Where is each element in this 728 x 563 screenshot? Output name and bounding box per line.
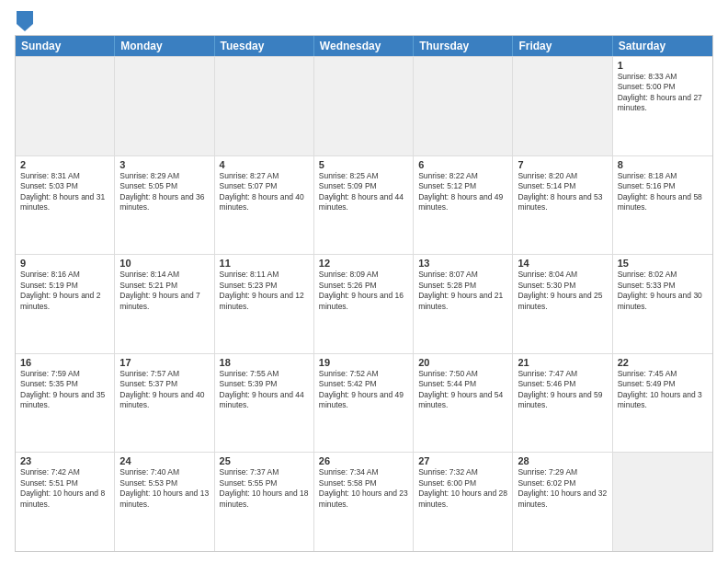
day-info: Sunrise: 8:14 AM Sunset: 5:21 PM Dayligh… bbox=[119, 270, 209, 312]
calendar-empty-cell bbox=[414, 57, 513, 155]
day-info: Sunrise: 7:29 AM Sunset: 6:02 PM Dayligh… bbox=[518, 467, 607, 510]
day-info: Sunrise: 8:07 AM Sunset: 5:28 PM Dayligh… bbox=[418, 270, 507, 312]
calendar-empty-cell bbox=[613, 453, 712, 551]
calendar-header-row: SundayMondayTuesdayWednesdayThursdayFrid… bbox=[16, 36, 712, 56]
calendar-day-9: 9Sunrise: 8:16 AM Sunset: 5:19 PM Daylig… bbox=[16, 255, 115, 353]
day-info: Sunrise: 7:42 AM Sunset: 5:51 PM Dayligh… bbox=[20, 467, 109, 510]
day-info: Sunrise: 8:02 AM Sunset: 5:33 PM Dayligh… bbox=[618, 270, 708, 312]
day-number: 28 bbox=[518, 455, 607, 466]
day-info: Sunrise: 8:20 AM Sunset: 5:14 PM Dayligh… bbox=[518, 171, 607, 213]
day-info: Sunrise: 8:04 AM Sunset: 5:30 PM Dayligh… bbox=[518, 270, 607, 312]
day-number: 2 bbox=[20, 159, 109, 170]
calendar-day-3: 3Sunrise: 8:29 AM Sunset: 5:05 PM Daylig… bbox=[115, 156, 214, 255]
day-number: 25 bbox=[220, 455, 309, 466]
day-number: 6 bbox=[418, 159, 507, 170]
day-info: Sunrise: 7:57 AM Sunset: 5:37 PM Dayligh… bbox=[119, 369, 209, 411]
day-number: 26 bbox=[319, 455, 408, 466]
calendar-week-0: 1Sunrise: 8:33 AM Sunset: 5:00 PM Daylig… bbox=[16, 56, 712, 155]
calendar-day-26: 26Sunrise: 7:34 AM Sunset: 5:58 PM Dayli… bbox=[314, 453, 414, 551]
day-info: Sunrise: 7:34 AM Sunset: 5:58 PM Dayligh… bbox=[319, 467, 408, 510]
day-info: Sunrise: 8:33 AM Sunset: 5:00 PM Dayligh… bbox=[618, 72, 708, 114]
calendar-day-28: 28Sunrise: 7:29 AM Sunset: 6:02 PM Dayli… bbox=[513, 453, 612, 551]
calendar-week-1: 2Sunrise: 8:31 AM Sunset: 5:03 PM Daylig… bbox=[16, 155, 712, 255]
day-info: Sunrise: 8:09 AM Sunset: 5:26 PM Dayligh… bbox=[319, 270, 408, 312]
page: SundayMondayTuesdayWednesdayThursdayFrid… bbox=[0, 0, 728, 563]
calendar-day-19: 19Sunrise: 7:52 AM Sunset: 5:42 PM Dayli… bbox=[314, 354, 414, 453]
day-info: Sunrise: 8:11 AM Sunset: 5:23 PM Dayligh… bbox=[220, 270, 309, 312]
calendar-day-27: 27Sunrise: 7:32 AM Sunset: 6:00 PM Dayli… bbox=[414, 453, 513, 551]
calendar-week-3: 16Sunrise: 7:59 AM Sunset: 5:35 PM Dayli… bbox=[16, 353, 712, 453]
calendar-day-7: 7Sunrise: 8:20 AM Sunset: 5:14 PM Daylig… bbox=[513, 156, 612, 255]
calendar-day-23: 23Sunrise: 7:42 AM Sunset: 5:51 PM Dayli… bbox=[16, 453, 115, 551]
day-info: Sunrise: 7:32 AM Sunset: 6:00 PM Dayligh… bbox=[418, 467, 507, 510]
day-info: Sunrise: 7:45 AM Sunset: 5:49 PM Dayligh… bbox=[618, 369, 708, 411]
calendar-day-21: 21Sunrise: 7:47 AM Sunset: 5:46 PM Dayli… bbox=[513, 354, 612, 453]
calendar-week-4: 23Sunrise: 7:42 AM Sunset: 5:51 PM Dayli… bbox=[16, 452, 712, 551]
header-day-thursday: Thursday bbox=[414, 36, 513, 56]
day-info: Sunrise: 7:59 AM Sunset: 5:35 PM Dayligh… bbox=[20, 369, 109, 411]
day-number: 22 bbox=[618, 357, 708, 368]
calendar-day-17: 17Sunrise: 7:57 AM Sunset: 5:37 PM Dayli… bbox=[115, 354, 214, 453]
calendar-day-24: 24Sunrise: 7:40 AM Sunset: 5:53 PM Dayli… bbox=[115, 453, 214, 551]
calendar-week-2: 9Sunrise: 8:16 AM Sunset: 5:19 PM Daylig… bbox=[16, 254, 712, 353]
day-number: 27 bbox=[418, 455, 507, 466]
calendar-day-1: 1Sunrise: 8:33 AM Sunset: 5:00 PM Daylig… bbox=[613, 57, 712, 155]
day-info: Sunrise: 8:27 AM Sunset: 5:07 PM Dayligh… bbox=[220, 171, 309, 213]
day-number: 17 bbox=[119, 357, 209, 368]
header-day-sunday: Sunday bbox=[16, 36, 115, 56]
day-number: 4 bbox=[220, 159, 309, 170]
header-day-friday: Friday bbox=[513, 36, 612, 56]
day-number: 16 bbox=[20, 357, 109, 368]
logo bbox=[15, 11, 33, 28]
day-info: Sunrise: 8:22 AM Sunset: 5:12 PM Dayligh… bbox=[418, 171, 507, 213]
header bbox=[15, 11, 713, 28]
day-number: 11 bbox=[220, 258, 309, 269]
logo-icon bbox=[17, 11, 33, 31]
calendar-day-8: 8Sunrise: 8:18 AM Sunset: 5:16 PM Daylig… bbox=[613, 156, 712, 255]
calendar: SundayMondayTuesdayWednesdayThursdayFrid… bbox=[15, 35, 713, 552]
day-number: 13 bbox=[418, 258, 507, 269]
day-number: 1 bbox=[618, 60, 708, 71]
header-day-tuesday: Tuesday bbox=[215, 36, 314, 56]
calendar-day-18: 18Sunrise: 7:55 AM Sunset: 5:39 PM Dayli… bbox=[215, 354, 314, 453]
day-info: Sunrise: 8:16 AM Sunset: 5:19 PM Dayligh… bbox=[20, 270, 109, 312]
calendar-body: 1Sunrise: 8:33 AM Sunset: 5:00 PM Daylig… bbox=[16, 56, 712, 551]
day-number: 19 bbox=[319, 357, 408, 368]
day-number: 24 bbox=[119, 455, 209, 466]
day-info: Sunrise: 8:18 AM Sunset: 5:16 PM Dayligh… bbox=[618, 171, 708, 213]
calendar-day-20: 20Sunrise: 7:50 AM Sunset: 5:44 PM Dayli… bbox=[414, 354, 513, 453]
calendar-day-6: 6Sunrise: 8:22 AM Sunset: 5:12 PM Daylig… bbox=[414, 156, 513, 255]
day-info: Sunrise: 8:29 AM Sunset: 5:05 PM Dayligh… bbox=[119, 171, 209, 213]
calendar-day-16: 16Sunrise: 7:59 AM Sunset: 5:35 PM Dayli… bbox=[16, 354, 115, 453]
header-day-saturday: Saturday bbox=[613, 36, 712, 56]
day-number: 15 bbox=[618, 258, 708, 269]
day-info: Sunrise: 7:40 AM Sunset: 5:53 PM Dayligh… bbox=[119, 467, 209, 510]
header-day-wednesday: Wednesday bbox=[314, 36, 414, 56]
calendar-day-12: 12Sunrise: 8:09 AM Sunset: 5:26 PM Dayli… bbox=[314, 255, 414, 353]
calendar-empty-cell bbox=[513, 57, 612, 155]
calendar-day-11: 11Sunrise: 8:11 AM Sunset: 5:23 PM Dayli… bbox=[215, 255, 314, 353]
day-number: 12 bbox=[319, 258, 408, 269]
calendar-empty-cell bbox=[314, 57, 414, 155]
calendar-empty-cell bbox=[215, 57, 314, 155]
calendar-empty-cell bbox=[16, 57, 115, 155]
calendar-day-22: 22Sunrise: 7:45 AM Sunset: 5:49 PM Dayli… bbox=[613, 354, 712, 453]
day-number: 10 bbox=[119, 258, 209, 269]
day-info: Sunrise: 7:52 AM Sunset: 5:42 PM Dayligh… bbox=[319, 369, 408, 411]
day-number: 5 bbox=[319, 159, 408, 170]
svg-marker-0 bbox=[17, 11, 33, 31]
header-day-monday: Monday bbox=[115, 36, 214, 56]
day-number: 21 bbox=[518, 357, 607, 368]
day-number: 18 bbox=[220, 357, 309, 368]
day-number: 20 bbox=[418, 357, 507, 368]
calendar-empty-cell bbox=[115, 57, 214, 155]
day-info: Sunrise: 7:37 AM Sunset: 5:55 PM Dayligh… bbox=[220, 467, 309, 510]
calendar-day-10: 10Sunrise: 8:14 AM Sunset: 5:21 PM Dayli… bbox=[115, 255, 214, 353]
calendar-day-5: 5Sunrise: 8:25 AM Sunset: 5:09 PM Daylig… bbox=[314, 156, 414, 255]
day-number: 3 bbox=[119, 159, 209, 170]
day-number: 8 bbox=[618, 159, 708, 170]
day-info: Sunrise: 7:50 AM Sunset: 5:44 PM Dayligh… bbox=[418, 369, 507, 411]
calendar-day-4: 4Sunrise: 8:27 AM Sunset: 5:07 PM Daylig… bbox=[215, 156, 314, 255]
day-number: 23 bbox=[20, 455, 109, 466]
day-info: Sunrise: 8:31 AM Sunset: 5:03 PM Dayligh… bbox=[20, 171, 109, 213]
